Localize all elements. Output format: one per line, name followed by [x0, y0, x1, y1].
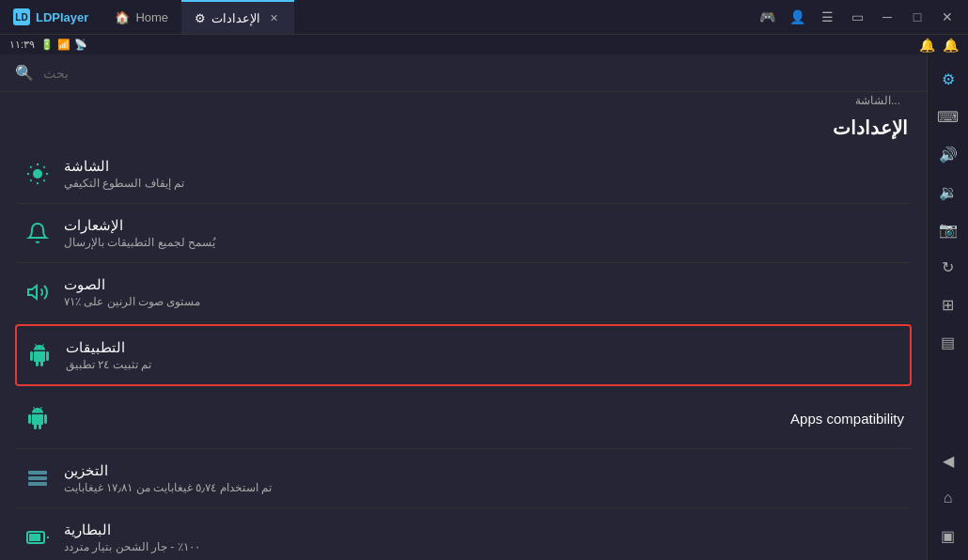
- apps-compat-title: Apps compatibility: [64, 411, 904, 427]
- display-icon[interactable]: ▭: [844, 4, 870, 30]
- setting-sound-title: الصوت: [64, 276, 105, 293]
- tab-close-button[interactable]: ✕: [266, 10, 281, 25]
- setting-display-subtitle: تم إيقاف السطوع التكيفي: [64, 177, 184, 190]
- svg-rect-15: [29, 534, 40, 541]
- setting-storage-title: التخزين: [64, 462, 108, 479]
- tab-home[interactable]: 🏠 Home: [101, 0, 181, 34]
- setting-item-sound[interactable]: الصوت مستوى صوت الرنين على ٪٧١: [15, 263, 912, 322]
- setting-item-storage[interactable]: التخزين تم استخدام ٥٫٧٤ غيغابايت من ١٧٫٨…: [15, 449, 912, 508]
- gamepad-icon[interactable]: 🎮: [754, 4, 780, 30]
- sound-icon-wrap: [23, 277, 53, 307]
- minimize-button[interactable]: ─: [874, 4, 900, 30]
- apps-compat-icon-wrap: [23, 403, 53, 433]
- battery-status-icon: 🔋: [40, 39, 54, 51]
- setting-item-apps-compat[interactable]: Apps compatibility: [15, 388, 912, 449]
- title-bar-left: LD LDPlayer 🏠 Home ⚙ الإعدادات ✕: [0, 0, 294, 34]
- setting-storage-subtitle: تم استخدام ٥٫٧٤ غيغابايت من ١٧٫٨١ غيغابا…: [64, 481, 272, 494]
- sidebar-layers-icon[interactable]: ▣: [931, 519, 965, 552]
- search-input[interactable]: [43, 66, 912, 81]
- user-icon[interactable]: 👤: [784, 4, 810, 30]
- svg-rect-10: [28, 471, 47, 474]
- notifications-icon-wrap: [23, 218, 53, 248]
- top-hint-text: ...الشاشة: [855, 94, 900, 107]
- setting-sound-text: الصوت مستوى صوت الرنين على ٪٧١: [64, 276, 904, 308]
- status-bar-right: 🔔 🔔: [919, 38, 959, 53]
- setting-item-display[interactable]: الشاشة تم إيقاف السطوع التكيفي: [15, 145, 912, 204]
- svg-line-7: [30, 179, 31, 180]
- title-bar-right: 🎮 👤 ☰ ▭ ─ □ ✕: [754, 4, 968, 30]
- setting-battery-text: البطارية ١٠٠٪ - جار الشحن بتيار متردد: [64, 521, 904, 553]
- setting-battery-title: البطارية: [64, 521, 111, 538]
- sidebar-menu-icon[interactable]: ▤: [931, 325, 965, 359]
- svg-rect-11: [28, 476, 47, 480]
- svg-rect-12: [28, 482, 47, 486]
- android-compat-icon: [26, 407, 49, 429]
- sidebar-apps-icon[interactable]: ⊞: [931, 288, 965, 321]
- setting-item-apps[interactable]: التطبيقات تم تثبيت ٢٤ تطبيق: [15, 324, 912, 386]
- signal-icon: 📶: [57, 39, 70, 51]
- search-icon: 🔍: [15, 64, 34, 82]
- tab-home-label: Home: [135, 10, 168, 24]
- maximize-button[interactable]: □: [904, 4, 930, 30]
- notification-bell-1[interactable]: 🔔: [919, 38, 935, 53]
- storage-icon: [26, 467, 49, 490]
- status-bar: ١١:٣٩ 🔋 📶 📡 🔔 🔔: [0, 34, 968, 54]
- brightness-icon: [26, 163, 49, 185]
- search-bar: 🔍: [0, 54, 927, 92]
- setting-item-battery[interactable]: البطارية ١٠٠٪ - جار الشحن بتيار متردد: [15, 508, 912, 560]
- setting-notifications-title: الإشعارات: [64, 217, 123, 234]
- status-time: ١١:٣٩: [9, 39, 35, 51]
- logo-tab[interactable]: LD LDPlayer: [0, 0, 101, 34]
- setting-display-text: الشاشة تم إيقاف السطوع التكيفي: [64, 158, 904, 190]
- display-icon-wrap: [23, 159, 53, 189]
- sidebar-home-icon[interactable]: ⌂: [931, 481, 965, 515]
- setting-apps-subtitle: تم تثبيت ٢٤ تطبيق: [66, 358, 151, 371]
- logo-label: LDPlayer: [36, 10, 88, 24]
- sidebar-settings-icon[interactable]: ⚙: [931, 62, 965, 96]
- logo-icon: LD: [13, 8, 30, 25]
- setting-display-title: الشاشة: [64, 158, 109, 175]
- setting-battery-subtitle: ١٠٠٪ - جار الشحن بتيار متردد: [64, 540, 200, 553]
- tab-settings[interactable]: ⚙ الإعدادات ✕: [181, 0, 294, 34]
- battery-icon: [26, 526, 49, 549]
- setting-notifications-subtitle: يُسمح لجميع التطبيقات بالإرسال: [64, 236, 215, 249]
- sidebar-rotate-icon[interactable]: ↻: [931, 250, 965, 284]
- volume-icon: [26, 281, 49, 303]
- page-title: الإعدادات: [833, 117, 908, 139]
- right-sidebar: ⚙ ⌨ 🔊 🔉 📷 ↻ ⊞ ▤ ◀ ⌂ ▣: [927, 54, 968, 560]
- battery-icon-wrap: [23, 522, 53, 552]
- sidebar-volume-down-icon[interactable]: 🔉: [931, 175, 965, 209]
- top-hint: ...الشاشة: [0, 92, 927, 107]
- svg-point-0: [33, 169, 42, 179]
- sidebar-keyboard-icon[interactable]: ⌨: [931, 100, 965, 133]
- page-title-bar: الإعدادات: [0, 107, 927, 145]
- svg-marker-9: [28, 286, 37, 299]
- apps-icon-wrap: [24, 340, 55, 370]
- svg-line-3: [30, 166, 31, 167]
- close-button[interactable]: ✕: [934, 4, 960, 30]
- sidebar-camera-icon[interactable]: 📷: [931, 212, 965, 246]
- storage-icon-wrap: [23, 463, 53, 493]
- setting-apps-title: التطبيقات: [66, 339, 125, 356]
- settings-tab-icon: ⚙: [195, 11, 206, 25]
- setting-apps-text: التطبيقات تم تثبيت ٢٤ تطبيق: [66, 339, 902, 371]
- status-icons: 🔋 📶 📡: [40, 39, 87, 51]
- setting-storage-text: التخزين تم استخدام ٥٫٧٤ غيغابايت من ١٧٫٨…: [64, 462, 904, 494]
- settings-list: الشاشة تم إيقاف السطوع التكيفي: [0, 145, 927, 560]
- svg-line-4: [43, 179, 44, 180]
- setting-item-notifications[interactable]: الإشعارات يُسمح لجميع التطبيقات بالإرسال: [15, 204, 912, 263]
- main-content: 🔍 ...الشاشة الإعدادات الشاشة تم إيقاف ال…: [0, 54, 968, 560]
- setting-sound-subtitle: مستوى صوت الرنين على ٪٧١: [64, 295, 200, 308]
- sidebar-back-icon[interactable]: ◀: [931, 443, 965, 477]
- menu-icon[interactable]: ☰: [814, 4, 840, 30]
- tab-settings-label: الإعدادات: [211, 11, 260, 25]
- setting-notifications-text: الإشعارات يُسمح لجميع التطبيقات بالإرسال: [64, 217, 904, 249]
- wifi-icon: 📡: [74, 39, 87, 51]
- title-bar: LD LDPlayer 🏠 Home ⚙ الإعدادات ✕ 🎮 👤 ☰ ▭…: [0, 0, 968, 34]
- notification-bell-2[interactable]: 🔔: [943, 38, 959, 53]
- svg-line-8: [43, 166, 44, 167]
- settings-area: 🔍 ...الشاشة الإعدادات الشاشة تم إيقاف ال…: [0, 54, 927, 560]
- android-apps-icon: [28, 344, 51, 366]
- sidebar-volume-up-icon[interactable]: 🔊: [931, 137, 965, 171]
- bell-icon: [26, 222, 49, 244]
